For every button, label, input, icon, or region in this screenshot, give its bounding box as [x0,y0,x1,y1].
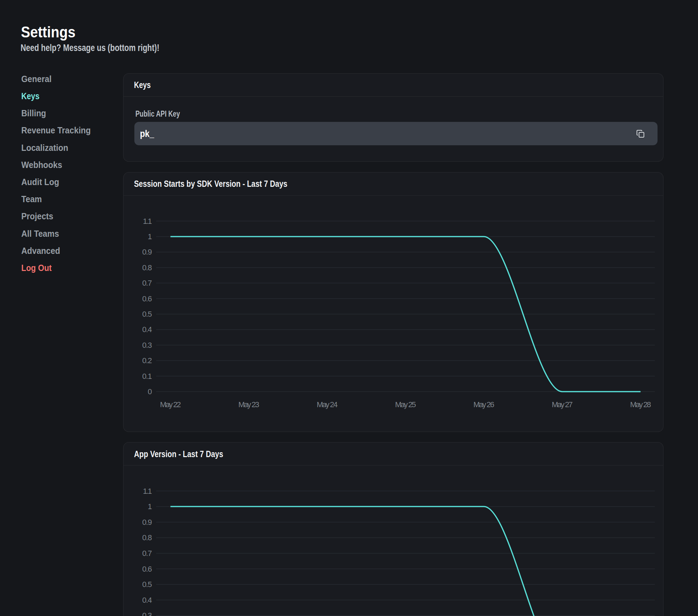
svg-text:1.1: 1.1 [143,217,152,226]
svg-text:0.4: 0.4 [142,325,152,334]
svg-text:May 25: May 25 [395,400,416,409]
svg-text:0.7: 0.7 [142,279,152,287]
svg-text:0.4: 0.4 [142,596,152,604]
svg-text:0.9: 0.9 [142,518,152,527]
svg-text:0.5: 0.5 [142,580,152,589]
svg-text:0.2: 0.2 [142,356,152,365]
svg-text:0.1: 0.1 [142,372,152,381]
svg-text:1: 1 [148,502,152,511]
svg-text:0.3: 0.3 [142,611,152,616]
svg-text:1.1: 1.1 [143,487,152,496]
svg-text:May 22: May 22 [160,400,181,409]
svg-text:May 28: May 28 [630,400,651,409]
svg-text:0.8: 0.8 [142,263,152,272]
svg-text:0.6: 0.6 [142,294,152,303]
svg-text:0.9: 0.9 [142,248,152,256]
svg-text:1: 1 [148,232,152,241]
svg-text:0.8: 0.8 [142,533,152,542]
svg-text:May 26: May 26 [473,400,494,409]
svg-text:0.6: 0.6 [142,565,152,573]
svg-text:0.7: 0.7 [142,549,152,558]
svg-text:0.3: 0.3 [142,341,152,350]
svg-text:0.5: 0.5 [142,310,152,318]
svg-text:May 27: May 27 [551,400,572,409]
svg-text:May 23: May 23 [238,400,259,409]
svg-text:0: 0 [148,387,152,396]
svg-text:May 24: May 24 [317,400,337,409]
